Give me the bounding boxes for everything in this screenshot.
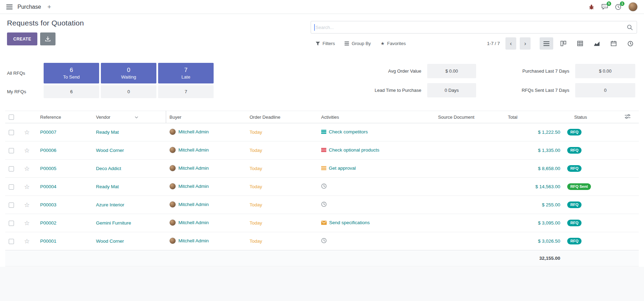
vendor-link[interactable]: Deco Addict (96, 166, 121, 171)
favorites-button[interactable]: ★ Favorites (380, 39, 406, 48)
column-header-source-document[interactable]: Source Document (435, 111, 504, 123)
debug-bug-icon[interactable] (589, 4, 594, 10)
activity-cell[interactable]: Send specifications (321, 220, 370, 225)
activity-label[interactable]: Check competitors (329, 129, 368, 134)
optional-columns-button[interactable] (621, 111, 639, 123)
reference-link[interactable]: P00005 (40, 166, 57, 171)
vendor-link[interactable]: Wood Corner (96, 238, 124, 244)
activity-cell[interactable] (321, 238, 329, 243)
buyer-cell[interactable]: Mitchell Admin (169, 183, 209, 190)
user-avatar[interactable] (628, 2, 638, 12)
column-header-total[interactable]: Total (504, 111, 564, 123)
column-header-activities[interactable]: Activities (318, 111, 435, 123)
reference-link[interactable]: P00002 (40, 220, 57, 226)
column-header-buyer[interactable]: Buyer (166, 111, 246, 123)
filters-button[interactable]: Filters (315, 39, 335, 48)
buyer-cell[interactable]: Mitchell Admin (169, 129, 209, 135)
favorite-star-icon[interactable]: ☆ (24, 165, 30, 172)
favorite-star-icon[interactable]: ☆ (24, 220, 30, 227)
activity-cell[interactable]: Get approval (321, 166, 356, 171)
vendor-link[interactable]: Ready Mat (96, 130, 119, 135)
search-input[interactable] (311, 21, 637, 33)
buyer-cell[interactable]: Mitchell Admin (169, 147, 209, 153)
buyer-cell[interactable]: Mitchell Admin (169, 201, 209, 208)
column-header-reference[interactable]: Reference (37, 111, 92, 123)
switch-calendar-view-button[interactable] (607, 37, 620, 50)
activity-label[interactable]: Send specifications (329, 220, 370, 225)
apps-menu-button[interactable] (6, 5, 13, 9)
my-waiting-count[interactable]: 0 (101, 85, 156, 98)
buyer-cell[interactable]: Mitchell Admin (169, 237, 209, 244)
buyer-link[interactable]: Mitchell Admin (178, 202, 209, 207)
pager-value[interactable]: 1-7 / 7 (487, 41, 500, 46)
pager-previous-button[interactable]: ‹ (505, 37, 516, 50)
switch-list-view-button[interactable] (540, 37, 553, 50)
row-checkbox[interactable] (9, 166, 14, 171)
switch-pivot-view-button[interactable] (573, 37, 587, 50)
search-icon[interactable] (627, 24, 633, 31)
table-row[interactable]: ☆ P00006 Wood Corner Mitchell Admin Toda… (5, 141, 639, 160)
export-button[interactable] (40, 32, 55, 45)
column-header-vendor[interactable]: Vendor (92, 111, 166, 123)
my-late-count[interactable]: 7 (158, 85, 214, 98)
reference-link[interactable]: P00004 (40, 184, 57, 189)
activity-label[interactable]: Get approval (329, 166, 356, 171)
tasks-icon[interactable] (321, 148, 326, 152)
app-name-button[interactable]: Purchase (17, 4, 41, 10)
row-checkbox[interactable] (9, 221, 14, 226)
favorite-star-icon[interactable]: ☆ (24, 147, 30, 154)
select-all-checkbox[interactable] (9, 115, 14, 120)
buyer-cell[interactable]: Mitchell Admin (169, 165, 209, 171)
pager-next-button[interactable]: › (520, 37, 531, 50)
tile-to-send[interactable]: 6 To Send (44, 63, 99, 83)
group-by-button[interactable]: Group By (344, 39, 371, 48)
reference-link[interactable]: P00006 (40, 148, 57, 153)
buyer-link[interactable]: Mitchell Admin (178, 129, 209, 134)
switch-kanban-view-button[interactable] (556, 37, 570, 50)
reference-link[interactable]: P00001 (40, 238, 57, 244)
favorite-star-icon[interactable]: ☆ (24, 183, 30, 190)
table-row[interactable]: ☆ P00001 Wood Corner Mitchell Admin Toda… (5, 232, 639, 250)
clock-icon[interactable] (321, 183, 327, 189)
activity-cell[interactable]: Check competitors (321, 129, 368, 134)
activities-button[interactable]: 1 (615, 4, 621, 10)
table-row[interactable]: ☆ P00003 Azure Interior Mitchell Admin T… (5, 196, 639, 214)
activity-cell[interactable] (321, 201, 329, 207)
mail-icon[interactable] (321, 221, 327, 225)
messages-button[interactable]: 5 (601, 4, 608, 10)
vendor-link[interactable]: Azure Interior (96, 202, 124, 207)
buyer-link[interactable]: Mitchell Admin (178, 220, 209, 225)
my-to-send-count[interactable]: 6 (44, 85, 99, 98)
create-button[interactable]: CREATE (7, 32, 37, 45)
row-checkbox[interactable] (9, 203, 14, 208)
row-checkbox[interactable] (9, 148, 14, 153)
switch-activity-view-button[interactable] (623, 37, 637, 50)
column-header-order-deadline[interactable]: Order Deadline (246, 111, 318, 123)
buyer-cell[interactable]: Mitchell Admin (169, 219, 209, 226)
favorite-star-icon[interactable]: ☆ (24, 238, 30, 245)
vendor-link[interactable]: Ready Mat (96, 184, 119, 189)
plus-button[interactable]: + (47, 3, 51, 10)
table-row[interactable]: ☆ P00005 Deco Addict Mitchell Admin Toda… (5, 160, 639, 178)
buyer-link[interactable]: Mitchell Admin (178, 184, 209, 189)
tasks-icon[interactable] (321, 130, 326, 134)
activity-cell[interactable] (321, 183, 329, 189)
table-row[interactable]: ☆ P00002 Gemini Furniture Mitchell Admin… (5, 214, 639, 232)
tile-waiting[interactable]: 0 Waiting (101, 63, 156, 83)
switch-graph-view-button[interactable] (590, 37, 604, 50)
table-row[interactable]: ☆ P00007 Ready Mat Mitchell Admin Today … (5, 123, 639, 141)
buyer-link[interactable]: Mitchell Admin (178, 166, 209, 171)
clock-icon[interactable] (321, 201, 327, 207)
table-row[interactable]: ☆ P00004 Ready Mat Mitchell Admin Today … (5, 178, 639, 196)
vendor-link[interactable]: Gemini Furniture (96, 220, 131, 226)
buyer-link[interactable]: Mitchell Admin (178, 147, 209, 153)
row-checkbox[interactable] (9, 184, 14, 190)
buyer-link[interactable]: Mitchell Admin (178, 238, 209, 243)
favorite-star-icon[interactable]: ☆ (24, 129, 30, 136)
row-checkbox[interactable] (9, 130, 14, 135)
activity-cell[interactable]: Check optional products (321, 147, 379, 153)
search-bar[interactable] (311, 21, 637, 34)
tile-late[interactable]: 7 Late (158, 63, 214, 83)
column-header-status[interactable]: Status (564, 111, 621, 123)
reference-link[interactable]: P00003 (40, 202, 57, 207)
